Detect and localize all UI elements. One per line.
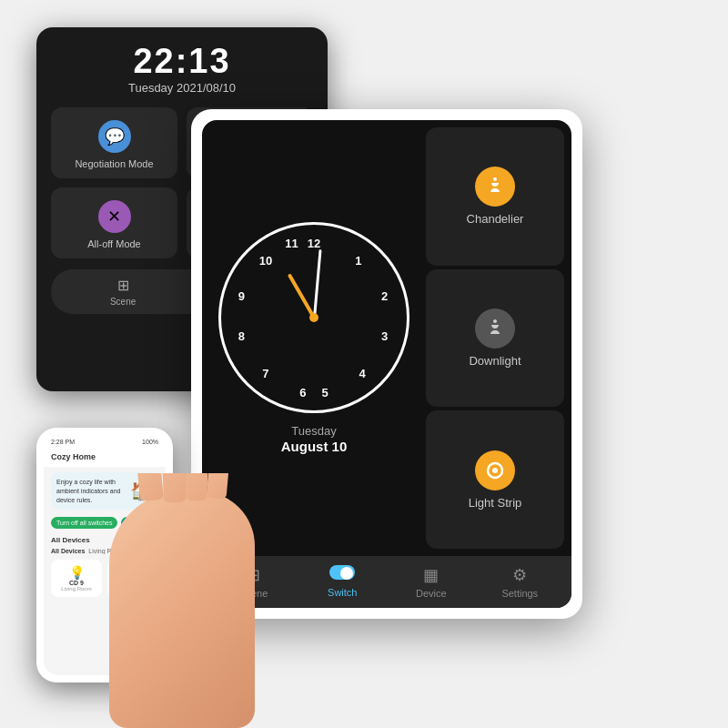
clock-num-3: 3: [381, 329, 388, 343]
clock-num-10: 10: [259, 253, 272, 267]
hand-overlay: [91, 473, 273, 728]
scene-nav-icon: ⊞: [117, 277, 129, 294]
clock-num-1: 1: [355, 253, 361, 267]
negotiation-icon: 💬: [98, 120, 131, 153]
phone-time: 2:28 PM: [51, 439, 75, 445]
clock-num-6: 6: [299, 385, 306, 399]
finger-1: [133, 473, 164, 501]
device-tab-icon: ▦: [423, 565, 439, 585]
switch-tab-icon: [329, 565, 355, 584]
negotiation-mode-btn[interactable]: 💬 Negotiation Mode: [51, 107, 177, 178]
clock-center-dot: [309, 313, 318, 322]
negotiation-label: Negotiation Mode: [75, 158, 153, 169]
svg-point-1: [492, 468, 498, 473]
clock-date-display: Tuesday August 10: [281, 422, 348, 454]
device-tab-label: Device: [416, 588, 447, 599]
downlight-icon: [475, 308, 515, 349]
phone-header: Cozy Home: [44, 447, 166, 467]
phone-battery: 100%: [142, 439, 158, 445]
hour-hand: [288, 273, 316, 318]
device-tab[interactable]: ▦ Device: [387, 565, 476, 599]
clock-num-8: 8: [238, 329, 245, 343]
finger-4: [207, 473, 233, 500]
downlight-btn[interactable]: Downlight: [426, 269, 564, 408]
settings-tab[interactable]: ⚙ Settings: [476, 565, 565, 599]
back-clock-date: Tuesday 2021/08/10: [51, 81, 313, 95]
switch-tab[interactable]: Switch: [298, 565, 388, 599]
clock-full-date: August 10: [281, 439, 348, 454]
clock-num-11: 11: [285, 237, 298, 250]
all-off-icon: ✕: [98, 200, 131, 233]
clock-num-12: 12: [308, 237, 320, 250]
clock-day: Tuesday: [291, 424, 336, 438]
phone-app-title: Cozy Home: [51, 452, 158, 461]
clock-num-2: 2: [381, 288, 388, 302]
scene-nav-label: Scene: [110, 297, 136, 307]
finger-2: [160, 473, 186, 502]
chandelier-label: Chandelier: [467, 212, 524, 226]
switch-tab-toggle[interactable]: [329, 565, 355, 580]
light-strip-btn[interactable]: Light Strip: [426, 410, 564, 549]
clock-num-9: 9: [238, 288, 245, 302]
phone-status-bar: 2:28 PM 100%: [44, 435, 166, 447]
back-clock-time: 22:13: [51, 42, 313, 81]
right-panel: Chandelier Downlight: [426, 120, 571, 556]
clock-face: 12 1 2 3 4 5 6 7 8 9 10 11: [221, 225, 407, 410]
clock-num-7: 7: [262, 367, 268, 380]
clock-num-4: 4: [359, 367, 365, 380]
downlight-label: Downlight: [469, 354, 521, 368]
scene-nav-btn[interactable]: ⊞ Scene: [110, 277, 136, 307]
analog-clock: 12 1 2 3 4 5 6 7 8 9 10 11: [218, 222, 410, 413]
switch-tab-label: Switch: [328, 587, 357, 598]
hand-shape: [109, 491, 255, 728]
phone-tab-all[interactable]: All Devices: [51, 548, 85, 554]
all-off-label: All-off Mode: [87, 238, 141, 249]
light-strip-icon: [475, 450, 515, 490]
settings-tab-label: Settings: [501, 588, 538, 599]
scene-container: 22:13 Tuesday 2021/08/10 💬 Negotiation M…: [0, 0, 728, 728]
clock-num-5: 5: [322, 385, 329, 399]
chandelier-icon: [475, 167, 515, 207]
all-off-btn[interactable]: ✕ All-off Mode: [51, 187, 177, 258]
back-clock: 22:13 Tuesday 2021/08/10: [51, 42, 313, 95]
minute-hand: [313, 249, 322, 318]
light-strip-label: Light Strip: [469, 496, 522, 510]
chandelier-btn[interactable]: Chandelier: [426, 127, 564, 266]
settings-tab-icon: ⚙: [512, 565, 527, 585]
